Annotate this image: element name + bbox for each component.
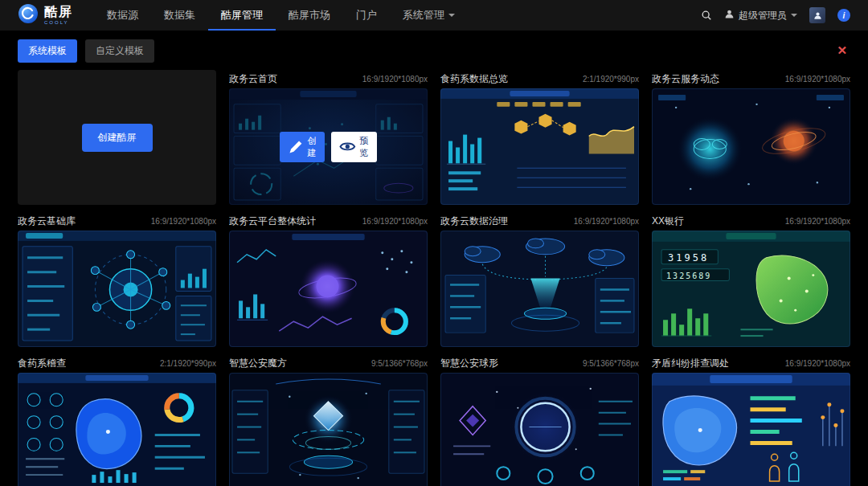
card-header: 食药系稽查 2:1/1920*990px: [18, 354, 216, 373]
card-title: 食药系数据总览: [440, 72, 508, 86]
card-thumbnail[interactable]: [652, 88, 850, 205]
main-nav: 数据源 数据集 酷屏管理 酷屏市场 门户 系统管理: [94, 0, 468, 31]
nav-item-dataset[interactable]: 数据集: [151, 0, 208, 31]
tab-system-template[interactable]: 系统模板: [18, 39, 77, 63]
logo-icon: [18, 3, 39, 27]
create-label: 创建: [307, 135, 317, 159]
card-header: 政务云首页 16:9/1920*1080px: [229, 70, 428, 88]
user-name: 超级管理员: [739, 9, 787, 22]
card-resolution: 16:9/1920*1080px: [785, 75, 850, 84]
nav-label: 酷屏管理: [221, 8, 263, 22]
preview-label: 预览: [359, 135, 369, 159]
card-title: 政务云服务动态: [652, 72, 719, 86]
card-title: 政务云基础库: [18, 214, 76, 228]
nav-item-screen-management[interactable]: 酷屏管理: [208, 0, 276, 31]
nav-item-portal[interactable]: 门户: [343, 0, 390, 31]
nav-label: 数据源: [107, 8, 138, 22]
chevron-down-icon: [791, 14, 797, 17]
chevron-down-icon: [448, 14, 455, 17]
search-icon[interactable]: [701, 10, 712, 21]
card-header: 智慧公安魔方 9:5/1366*768px: [229, 354, 428, 373]
nav-label: 系统管理: [403, 8, 444, 22]
card-thumbnail[interactable]: 31958 1325689: [652, 231, 850, 347]
logo-text: 酷屏: [44, 6, 73, 18]
template-card[interactable]: 政务云数据治理 16:9/1920*1080px: [440, 212, 639, 347]
card-hover-overlay: 创建 预览: [229, 88, 428, 205]
nav-label: 数据集: [164, 8, 195, 22]
card-thumbnail[interactable]: [440, 373, 639, 486]
card-create-button[interactable]: 创建: [280, 132, 325, 162]
card-resolution: 2:1/1920*990px: [583, 75, 639, 84]
card-thumbnail[interactable]: 创建 预览: [229, 88, 428, 205]
template-card[interactable]: 政务云平台整体统计 16:9/1920*1080px: [229, 212, 428, 347]
card-resolution: 16:9/1920*1080px: [151, 217, 216, 226]
template-card[interactable]: 智慧公安魔方 9:5/1366*768px: [229, 354, 428, 486]
card-resolution: 16:9/1920*1080px: [362, 217, 428, 226]
card-header: 矛盾纠纷排查调处 16:9/1920*1080px: [652, 354, 850, 373]
template-card[interactable]: 食药系数据总览 2:1/1920*990px: [440, 70, 639, 205]
card-header: 智慧公安球形 9:5/1366*768px: [440, 354, 639, 373]
nav-item-screen-market[interactable]: 酷屏市场: [276, 0, 343, 31]
card-resolution: 2:1/1920*990px: [160, 359, 216, 368]
card-title: 政务云数据治理: [440, 214, 508, 228]
template-tabs: 系统模板 自定义模板 ✕: [0, 31, 868, 70]
card-title: 智慧公安球形: [440, 357, 498, 370]
tab-custom-template[interactable]: 自定义模板: [85, 39, 154, 63]
card-title: 政务云平台整体统计: [229, 214, 316, 228]
card-title: 政务云首页: [229, 72, 277, 86]
close-icon[interactable]: ✕: [837, 43, 847, 58]
card-thumbnail[interactable]: [18, 373, 216, 486]
card-resolution: 9:5/1366*768px: [371, 359, 428, 368]
card-thumbnail[interactable]: [652, 373, 850, 486]
navbar-right: 超级管理员 i: [701, 7, 850, 23]
nav-item-datasource[interactable]: 数据源: [94, 0, 151, 31]
card-title: XX银行: [652, 214, 684, 228]
top-navbar: 酷屏 COOLY 数据源 数据集 酷屏管理 酷屏市场 门户 系统管理 超级管理员…: [0, 0, 868, 31]
bank-led-row2: 1325689: [666, 272, 711, 280]
template-card[interactable]: 矛盾纠纷排查调处 16:9/1920*1080px: [652, 354, 850, 486]
logo-subtext: COOLY: [44, 20, 73, 25]
card-header: 政务云基础库 16:9/1920*1080px: [18, 212, 216, 231]
card-thumbnail[interactable]: [18, 231, 216, 347]
card-thumbnail[interactable]: [229, 231, 428, 347]
template-card[interactable]: 智慧公安球形 9:5/1366*768px: [440, 354, 639, 486]
pencil-icon: [288, 139, 304, 155]
create-screen-button[interactable]: 创建酷屏: [82, 124, 153, 152]
card-thumbnail[interactable]: [440, 88, 639, 205]
nav-item-system-management[interactable]: 系统管理: [390, 0, 468, 31]
template-card[interactable]: 政务云首页 16:9/1920*1080px 创建: [229, 70, 428, 205]
create-screen-card[interactable]: 创建酷屏: [18, 70, 216, 205]
card-title: 智慧公安魔方: [229, 357, 287, 370]
card-resolution: 9:5/1366*768px: [583, 359, 639, 368]
card-thumbnail[interactable]: [440, 231, 639, 347]
user-menu[interactable]: 超级管理员: [724, 8, 797, 22]
card-header: 食药系数据总览 2:1/1920*990px: [440, 70, 639, 88]
avatar[interactable]: [809, 7, 825, 23]
nav-label: 门户: [356, 8, 377, 22]
card-header: 政务云平台整体统计 16:9/1920*1080px: [229, 212, 428, 231]
app-logo[interactable]: 酷屏 COOLY: [18, 3, 73, 27]
bank-led-row1: 31958: [668, 252, 709, 263]
nav-label: 酷屏市场: [289, 8, 330, 22]
card-header: XX银行 16:9/1920*1080px: [652, 212, 850, 231]
template-card[interactable]: XX银行 16:9/1920*1080px 31958 1325689: [652, 212, 850, 347]
card-resolution: 16:9/1920*1080px: [785, 359, 850, 368]
template-grid: 创建酷屏 政务云首页 16:9/1920*1080px 创建: [0, 70, 868, 486]
card-title: 食药系稽查: [18, 357, 66, 370]
card-thumbnail[interactable]: [229, 373, 428, 486]
user-icon: [724, 8, 735, 22]
card-preview-button[interactable]: 预览: [331, 132, 377, 162]
card-title: 矛盾纠纷排查调处: [652, 357, 729, 370]
eye-icon: [339, 140, 356, 153]
card-resolution: 16:9/1920*1080px: [574, 217, 639, 226]
card-header: 政务云数据治理 16:9/1920*1080px: [440, 212, 639, 231]
card-resolution: 16:9/1920*1080px: [362, 75, 428, 84]
card-header: 政务云服务动态 16:9/1920*1080px: [652, 70, 850, 88]
template-card[interactable]: 政务云基础库 16:9/1920*1080px: [18, 212, 216, 347]
card-resolution: 16:9/1920*1080px: [785, 217, 850, 226]
template-card[interactable]: 食药系稽查 2:1/1920*990px: [18, 354, 216, 486]
template-card[interactable]: 政务云服务动态 16:9/1920*1080px: [652, 70, 850, 205]
info-icon[interactable]: i: [837, 9, 850, 22]
